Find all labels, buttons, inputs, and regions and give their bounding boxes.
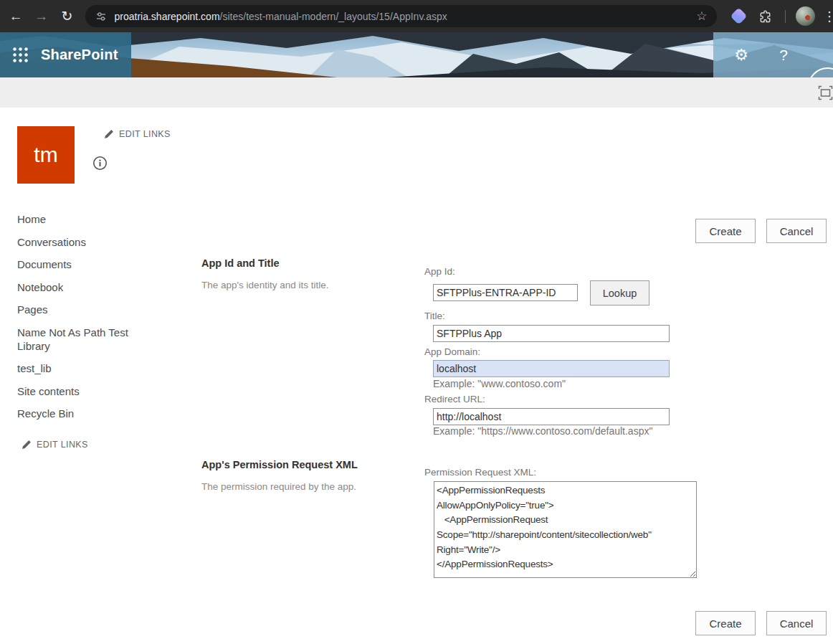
reload-icon[interactable]: ↻ bbox=[57, 6, 77, 27]
form-actions-bottom: Create Cancel bbox=[695, 611, 827, 635]
lookup-button[interactable]: Lookup bbox=[590, 280, 649, 306]
browser-menu-icon[interactable]: ⋮ bbox=[823, 9, 833, 24]
site-settings-icon[interactable] bbox=[95, 11, 107, 22]
nav-item-home[interactable]: Home bbox=[17, 212, 141, 226]
pencil-icon bbox=[104, 129, 114, 139]
section-desc-permission-xml: The permission required by the app. bbox=[201, 481, 356, 492]
extensions-icon[interactable] bbox=[758, 9, 773, 24]
title-input[interactable] bbox=[433, 325, 670, 342]
forward-icon[interactable]: → bbox=[32, 6, 52, 27]
permission-xml-label: Permission Request XML: bbox=[424, 467, 536, 478]
section-title-app-id: App Id and Title bbox=[201, 257, 279, 269]
title-label: Title: bbox=[424, 311, 445, 321]
nav-item-name-not-as-path-test-library[interactable]: Name Not As Path Test Library bbox=[17, 326, 141, 353]
site-logo-text: tm bbox=[34, 143, 57, 167]
redirect-url-label: Redirect URL: bbox=[424, 394, 485, 404]
app-domain-label: App Domain: bbox=[424, 346, 480, 357]
nav-item-conversations[interactable]: Conversations bbox=[17, 235, 141, 249]
url-text: proatria.sharepoint.com/sites/test-manua… bbox=[114, 11, 447, 22]
app-launcher-icon[interactable] bbox=[12, 47, 29, 63]
edit-links-label: EDIT LINKS bbox=[37, 440, 88, 450]
permission-xml-textarea[interactable]: <AppPermissionRequests AllowAppOnlyPolic… bbox=[434, 481, 697, 578]
toolbar-divider bbox=[785, 10, 786, 23]
cancel-button-top[interactable]: Cancel bbox=[766, 219, 827, 243]
cancel-button-bottom[interactable]: Cancel bbox=[766, 611, 827, 635]
form-actions-top: Create Cancel bbox=[695, 219, 827, 243]
brand-overlay: SharePoint bbox=[0, 32, 131, 77]
help-icon[interactable]: ? bbox=[774, 47, 793, 64]
command-bar bbox=[0, 77, 833, 108]
app-domain-input[interactable] bbox=[433, 360, 670, 377]
info-icon[interactable] bbox=[92, 156, 108, 171]
create-button-top[interactable]: Create bbox=[695, 219, 756, 243]
focus-mode-icon[interactable] bbox=[818, 85, 833, 100]
sharepoint-header: SharePoint ⚙ ? AR bbox=[0, 32, 833, 77]
pencil-icon bbox=[22, 440, 32, 450]
url-bar[interactable]: proatria.sharepoint.com/sites/test-manua… bbox=[85, 5, 717, 27]
settings-icon[interactable]: ⚙ bbox=[732, 46, 751, 65]
nav-item-test-lib[interactable]: test_lib bbox=[17, 361, 141, 375]
url-domain: proatria.sharepoint.com bbox=[114, 11, 219, 22]
app-id-input[interactable] bbox=[433, 284, 578, 301]
nav-item-recycle-bin[interactable]: Recycle Bin bbox=[17, 407, 141, 420]
brand-title: SharePoint bbox=[41, 47, 118, 63]
nav-item-notebook[interactable]: Notebook bbox=[17, 280, 141, 294]
edit-links-top[interactable]: EDIT LINKS bbox=[104, 129, 171, 139]
nav-item-site-contents[interactable]: Site contents bbox=[17, 384, 141, 398]
site-logo[interactable]: tm bbox=[17, 126, 75, 184]
browser-toolbar: ← → ↻ proatria.sharepoint.com/sites/test… bbox=[0, 0, 833, 32]
section-desc-app-id: The app's identity and its title. bbox=[201, 280, 328, 290]
app-id-label: App Id: bbox=[424, 266, 455, 277]
section-title-permission-xml: App's Permission Request XML bbox=[201, 459, 358, 470]
nav-item-documents[interactable]: Documents bbox=[17, 257, 141, 271]
nav-item-pages[interactable]: Pages bbox=[17, 303, 141, 316]
edit-links-bottom[interactable]: EDIT LINKS bbox=[17, 440, 141, 450]
redirect-url-input[interactable] bbox=[433, 408, 670, 425]
browser-profile-avatar[interactable] bbox=[796, 6, 815, 26]
left-navigation: Home Conversations Documents Notebook Pa… bbox=[17, 212, 141, 450]
bookmark-icon[interactable]: ☆ bbox=[696, 9, 707, 24]
create-button-bottom[interactable]: Create bbox=[695, 611, 756, 635]
screen: ← → ↻ proatria.sharepoint.com/sites/test… bbox=[0, 0, 833, 644]
app-domain-example: Example: "www.contoso.com" bbox=[433, 378, 566, 389]
pinned-extension-icon[interactable] bbox=[730, 8, 748, 25]
url-path: /sites/test-manual-modern/_layouts/15/Ap… bbox=[220, 11, 447, 22]
redirect-url-example: Example: "https://www.contoso.com/defaul… bbox=[433, 425, 652, 437]
edit-links-label: EDIT LINKS bbox=[119, 129, 171, 139]
header-right-overlay: ⚙ ? bbox=[713, 32, 833, 77]
back-icon[interactable]: ← bbox=[6, 6, 26, 27]
